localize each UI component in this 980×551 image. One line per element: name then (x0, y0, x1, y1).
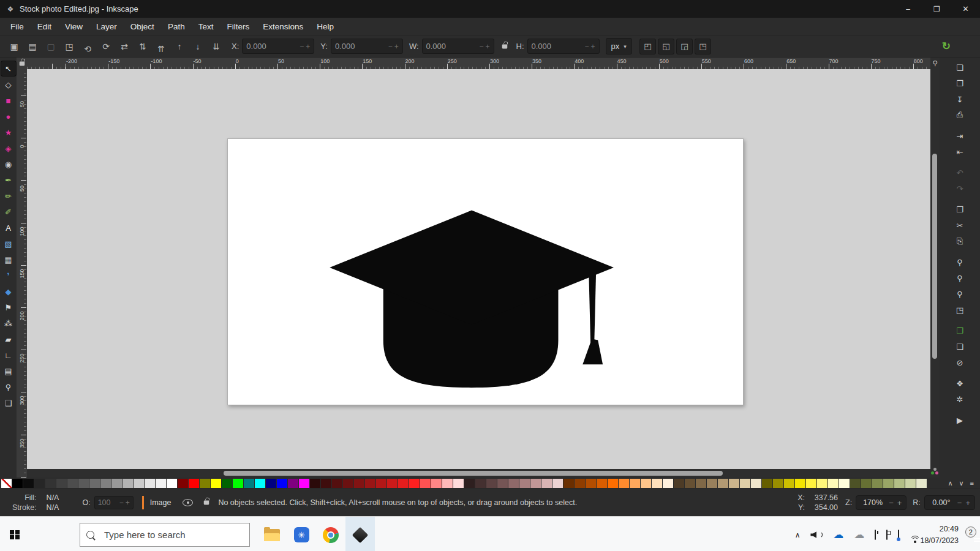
rotation-increment[interactable]: + (965, 498, 970, 508)
layer-visibility-eye-icon[interactable] (183, 499, 193, 506)
opacity-decrement[interactable]: − (119, 498, 124, 507)
palette-swatch[interactable] (839, 479, 850, 488)
zoom-indicator-icon[interactable]: ⚲ (930, 58, 940, 69)
palette-swatch[interactable] (586, 479, 596, 488)
zoom-field[interactable]: 170% − + (856, 495, 907, 510)
palette-swatch[interactable] (894, 479, 905, 488)
tray-expand-chevron[interactable]: ∧ (795, 531, 801, 539)
spray-tool[interactable]: ⁂ (1, 316, 16, 331)
ungroup-button[interactable]: ✲ (952, 392, 967, 407)
palette-swatch[interactable] (486, 479, 497, 488)
palette-swatch[interactable] (872, 479, 883, 488)
palette-swatch[interactable] (156, 479, 166, 488)
selection-bbox-toggle[interactable]: ◳ (61, 39, 77, 54)
palette-swatch[interactable] (145, 479, 155, 488)
palette-swatch[interactable] (729, 479, 739, 488)
palette-swatch[interactable] (905, 479, 916, 488)
palette-swatch[interactable] (530, 479, 541, 488)
slack-taskbar-icon[interactable]: ✳ (287, 517, 316, 551)
h-decrement[interactable]: − (585, 42, 589, 51)
duplicate-button[interactable]: ❐ (952, 323, 967, 338)
select-all-button[interactable]: ▣ (6, 39, 22, 54)
zoom-page-button[interactable]: ⚲ (952, 287, 967, 301)
rotation-field[interactable]: 0.00° − + (924, 495, 975, 510)
palette-swatch[interactable] (552, 479, 563, 488)
vertical-scrollbar-thumb[interactable] (932, 154, 937, 359)
palette-swatch[interactable] (575, 479, 585, 488)
palette-swatch[interactable] (34, 479, 45, 488)
rectangle-tool[interactable]: ■ (1, 93, 16, 108)
horizontal-scrollbar-thumb[interactable] (224, 471, 723, 476)
palette-swatch[interactable] (409, 479, 420, 488)
zoom-tool[interactable]: ⚲ (1, 380, 16, 394)
dropper-tool[interactable]: ❜ (1, 268, 16, 283)
save-document-button[interactable]: ↧ (952, 92, 967, 107)
onedrive-icon[interactable]: ☁ (833, 530, 843, 540)
palette-swatch[interactable] (519, 479, 530, 488)
scale-gradient-toggle[interactable]: ◲ (676, 39, 693, 54)
camera-icon[interactable] (886, 530, 888, 539)
lower-to-bottom-button[interactable]: ⇊ (208, 39, 224, 54)
canvas[interactable] (27, 69, 930, 469)
more-commands-button[interactable]: ▶ (952, 413, 967, 427)
rotate-ccw-button[interactable]: ⟲ (80, 41, 96, 57)
palette-swatch[interactable] (1, 479, 12, 488)
palette-swatch[interactable] (663, 479, 673, 488)
zoom-selection-button[interactable]: ⚲ (952, 255, 967, 269)
palette-swatch[interactable] (652, 479, 662, 488)
text-tool[interactable]: A (1, 220, 16, 235)
scale-corners-toggle[interactable]: ◱ (658, 39, 674, 54)
palette-scroll-down-button[interactable]: ∨ (959, 479, 964, 487)
menu-item[interactable]: Extensions (256, 20, 310, 34)
palette-swatch[interactable] (365, 479, 375, 488)
palette-swatch[interactable] (685, 479, 695, 488)
spiral-tool[interactable]: ◉ (1, 157, 16, 171)
maximize-button[interactable]: ❐ (922, 0, 951, 18)
new-document-button[interactable]: ❏ (952, 60, 967, 75)
create-clone-button[interactable]: ❏ (952, 339, 967, 354)
current-layer-name[interactable]: Image (150, 498, 172, 507)
h-field[interactable]: 0.000 − + (527, 39, 600, 54)
zoom-page-width-button[interactable]: ◳ (952, 302, 967, 317)
palette-swatch[interactable] (376, 479, 386, 488)
menu-item[interactable]: Help (310, 20, 341, 34)
eraser-tool[interactable]: ▰ (1, 332, 16, 347)
node-editor-tool[interactable]: ◇ (1, 77, 16, 92)
vertical-ruler[interactable]: 50050100150200250300350 (17, 69, 27, 478)
palette-swatch[interactable] (277, 479, 287, 488)
palette-swatch[interactable] (641, 479, 651, 488)
palette-swatch[interactable] (806, 479, 816, 488)
palette-swatch[interactable] (200, 479, 210, 488)
h-increment[interactable]: + (591, 42, 595, 51)
palette-swatch[interactable] (795, 479, 805, 488)
palette-swatch[interactable] (597, 479, 607, 488)
raise-to-top-button[interactable]: ⇈ (153, 41, 169, 57)
palette-swatch[interactable] (453, 479, 464, 488)
search-input[interactable] (103, 529, 243, 541)
palette-swatch[interactable] (78, 479, 89, 488)
palette-swatch[interactable] (354, 479, 364, 488)
palette-swatch[interactable] (431, 479, 442, 488)
palette-swatch[interactable] (630, 479, 640, 488)
volume-icon[interactable] (810, 531, 823, 538)
paste-button[interactable]: ⎘ (952, 234, 967, 249)
redo-button[interactable]: ↷ (952, 181, 967, 196)
palette-swatch[interactable] (398, 479, 409, 488)
palette-swatch[interactable] (564, 479, 574, 488)
palette-swatch[interactable] (266, 479, 276, 488)
menu-item[interactable]: Object (124, 20, 161, 34)
fill-value[interactable]: N/A (47, 493, 59, 502)
menu-item[interactable]: Edit (31, 20, 58, 34)
import-button[interactable]: ⇥ (952, 129, 967, 143)
palette-swatch[interactable] (288, 479, 298, 488)
box-3d-tool[interactable]: ◈ (1, 141, 16, 156)
unit-dropdown[interactable]: px ▾ (606, 38, 632, 54)
start-button[interactable] (0, 517, 29, 551)
palette-swatch[interactable] (784, 479, 794, 488)
palette-swatch[interactable] (508, 479, 519, 488)
menu-item[interactable]: Filters (220, 20, 256, 34)
palette-swatch[interactable] (674, 479, 684, 488)
menu-item[interactable]: Layer (89, 20, 124, 34)
raise-button[interactable]: ↑ (172, 39, 187, 54)
palette-swatch[interactable] (67, 479, 78, 488)
